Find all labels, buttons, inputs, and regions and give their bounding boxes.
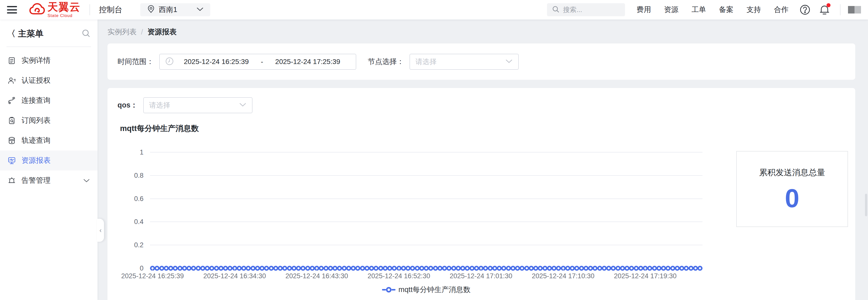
data-point-marker[interactable] (584, 266, 589, 271)
data-point-marker[interactable] (351, 266, 356, 271)
data-point-marker[interactable] (592, 266, 597, 271)
data-point-marker[interactable] (373, 266, 378, 271)
brand-logo[interactable]: 天翼云 State Cloud (29, 2, 81, 18)
sidebar-item-subscription[interactable]: 订阅列表 (0, 111, 97, 130)
data-point-marker[interactable] (269, 266, 274, 271)
data-point-marker[interactable] (629, 266, 634, 271)
sidebar-search-icon[interactable] (82, 29, 91, 39)
topbar-link[interactable]: 资源 (664, 5, 679, 15)
data-point-marker[interactable] (159, 266, 164, 271)
data-point-marker[interactable] (556, 266, 561, 271)
data-point-marker[interactable] (624, 266, 629, 271)
data-point-marker[interactable] (328, 266, 333, 271)
data-point-marker[interactable] (223, 266, 228, 271)
data-point-marker[interactable] (693, 266, 698, 271)
data-point-marker[interactable] (214, 266, 219, 271)
data-point-marker[interactable] (392, 266, 397, 271)
data-point-marker[interactable] (369, 266, 374, 271)
data-point-marker[interactable] (205, 266, 210, 271)
data-point-marker[interactable] (237, 266, 242, 271)
data-point-marker[interactable] (492, 266, 497, 271)
sidebar-collapse-handle[interactable]: ‹ (97, 219, 104, 242)
data-point-marker[interactable] (319, 266, 324, 271)
data-point-marker[interactable] (460, 266, 465, 271)
sidebar-item-connection[interactable]: 连接查询 (0, 90, 97, 111)
data-point-marker[interactable] (155, 266, 159, 271)
data-point-marker[interactable] (250, 266, 255, 271)
data-point-marker[interactable] (168, 266, 173, 271)
data-point-marker[interactable] (679, 266, 684, 271)
data-point-marker[interactable] (570, 266, 575, 271)
data-point-marker[interactable] (488, 266, 493, 271)
data-point-marker[interactable] (638, 266, 643, 271)
data-point-marker[interactable] (533, 266, 538, 271)
topbar-link[interactable]: 费用 (637, 5, 651, 15)
topbar-link[interactable]: 工单 (691, 5, 706, 15)
console-link[interactable]: 控制台 (99, 4, 122, 15)
sidebar-item-trace[interactable]: 轨迹查询 (0, 130, 97, 150)
data-point-marker[interactable] (273, 266, 278, 271)
data-point-marker[interactable] (456, 266, 461, 271)
data-point-marker[interactable] (191, 266, 196, 271)
data-point-marker[interactable] (259, 266, 265, 271)
data-point-marker[interactable] (337, 266, 342, 271)
data-point-marker[interactable] (383, 266, 388, 271)
global-search-input[interactable]: 搜索... (547, 3, 625, 16)
data-point-marker[interactable] (670, 266, 675, 271)
page-scrollbar-thumb[interactable] (865, 194, 867, 216)
data-point-marker[interactable] (442, 266, 447, 271)
data-point-marker[interactable] (684, 266, 689, 271)
data-point-marker[interactable] (196, 266, 201, 271)
data-point-marker[interactable] (588, 266, 593, 271)
region-selector[interactable]: 西南1 (140, 3, 210, 16)
data-point-marker[interactable] (360, 266, 365, 271)
data-point-marker[interactable] (291, 266, 297, 271)
data-point-marker[interactable] (387, 266, 392, 271)
data-point-marker[interactable] (164, 266, 169, 271)
data-point-marker[interactable] (656, 266, 661, 271)
data-point-marker[interactable] (186, 266, 191, 271)
line-chart-plot[interactable]: 00.20.40.60.812025-12-24 16:25:392025-12… (150, 152, 703, 268)
user-avatar[interactable] (848, 6, 861, 13)
data-point-marker[interactable] (647, 266, 652, 271)
data-point-marker[interactable] (469, 266, 474, 271)
data-point-marker[interactable] (437, 266, 442, 271)
data-point-marker[interactable] (433, 266, 438, 271)
data-point-marker[interactable] (410, 266, 415, 271)
topbar-link[interactable]: 合作 (774, 5, 788, 15)
data-point-marker[interactable] (182, 266, 187, 271)
data-point-marker[interactable] (698, 266, 703, 271)
data-point-marker[interactable] (378, 266, 383, 271)
data-point-marker[interactable] (483, 266, 488, 271)
data-point-marker[interactable] (346, 266, 351, 271)
data-point-marker[interactable] (661, 266, 666, 271)
breadcrumb-parent[interactable]: 实例列表 (107, 27, 136, 37)
sidebar-item-alarm[interactable]: 告警管理 (0, 171, 97, 190)
data-point-marker[interactable] (675, 266, 680, 271)
data-point-marker[interactable] (323, 266, 329, 271)
data-point-marker[interactable] (579, 266, 584, 271)
data-point-marker[interactable] (355, 266, 360, 271)
data-point-marker[interactable] (552, 266, 557, 271)
data-point-marker[interactable] (529, 266, 534, 271)
data-point-marker[interactable] (510, 266, 516, 271)
data-point-marker[interactable] (305, 266, 310, 271)
data-point-marker[interactable] (342, 266, 347, 271)
time-range-picker[interactable]: 2025-12-24 16:25:39 - 2025-12-24 17:25:3… (159, 54, 356, 70)
data-point-marker[interactable] (451, 266, 456, 271)
data-point-marker[interactable] (497, 266, 502, 271)
qos-select[interactable]: 请选择 (143, 97, 252, 113)
data-point-marker[interactable] (652, 266, 657, 271)
node-select[interactable]: 请选择 (409, 54, 519, 70)
data-point-marker[interactable] (616, 266, 620, 271)
data-point-marker[interactable] (574, 266, 579, 271)
data-point-marker[interactable] (415, 266, 420, 271)
sidebar-back-chevron-icon[interactable]: 〈 (7, 28, 16, 39)
notifications-button[interactable] (819, 4, 830, 15)
data-point-marker[interactable] (446, 266, 452, 271)
data-point-marker[interactable] (501, 266, 506, 271)
data-point-marker[interactable] (310, 266, 315, 271)
data-point-marker[interactable] (524, 266, 529, 271)
data-point-marker[interactable] (547, 266, 552, 271)
data-point-marker[interactable] (428, 266, 433, 271)
